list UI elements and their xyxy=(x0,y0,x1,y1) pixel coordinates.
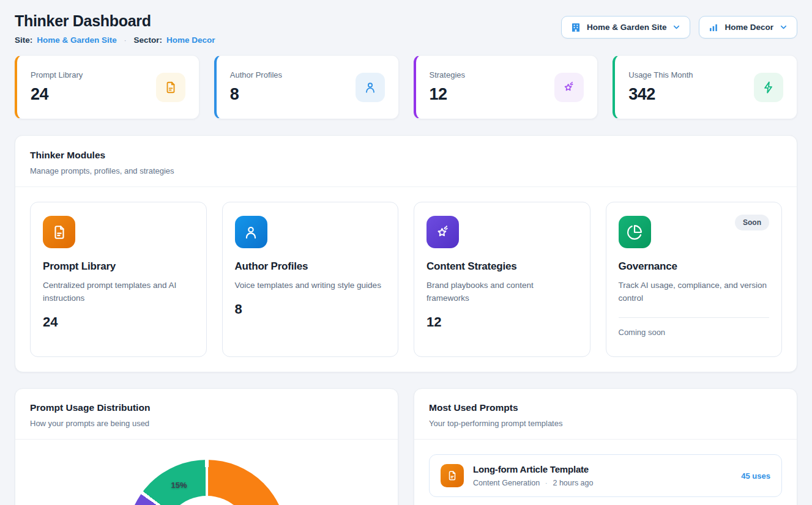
chevron-down-icon xyxy=(779,23,788,32)
module-title: Governance xyxy=(619,260,770,273)
sector-selector-label: Home Decor xyxy=(724,23,773,32)
site-link[interactable]: Home & Garden Site xyxy=(37,35,117,45)
stat-value: 8 xyxy=(230,85,282,104)
stat-value: 24 xyxy=(31,85,83,104)
stat-card-usage: Usage This Month 342 xyxy=(613,55,797,119)
module-count: 24 xyxy=(43,314,194,330)
module-description: Brand playbooks and content frameworks xyxy=(426,279,578,305)
modules-panel-header: Thinker Modules Manage prompts, profiles… xyxy=(15,136,797,187)
prompts-card-header: Most Used Prompts Your top-performing pr… xyxy=(414,389,797,440)
star-sparkle-icon xyxy=(426,216,459,248)
stats-row: Prompt Library 24 Author Profiles 8 xyxy=(15,55,797,119)
stat-label: Prompt Library xyxy=(31,70,83,79)
module-card-content-strategies[interactable]: Content Strategies Brand playbooks and c… xyxy=(414,202,590,357)
module-divider xyxy=(619,317,770,318)
stat-label: Usage This Month xyxy=(628,70,693,79)
prompt-title: Long-form Article Template xyxy=(473,464,732,474)
header-selectors: Home & Garden Site Home Decor xyxy=(561,16,797,39)
module-description: Voice templates and writing style guides xyxy=(235,279,386,292)
usage-distribution-card: Prompt Usage Distribution How your promp… xyxy=(15,388,398,505)
usage-card-subtitle: How your prompts are being used xyxy=(30,419,383,428)
prompt-list-item[interactable]: Long-form Article Template Content Gener… xyxy=(429,454,782,497)
module-card-prompt-library[interactable]: Prompt Library Centralized prompt templa… xyxy=(30,202,207,357)
prompts-card-subtitle: Your top-performing prompt templates xyxy=(429,419,782,428)
site-label: Site: xyxy=(15,35,32,45)
usage-card-header: Prompt Usage Distribution How your promp… xyxy=(15,389,398,440)
document-icon xyxy=(43,216,75,248)
page-title: Thinker Dashboard xyxy=(15,12,215,30)
module-description: Centralized prompt templates and AI inst… xyxy=(43,279,194,305)
prompt-list: Long-form Article Template Content Gener… xyxy=(414,440,797,505)
module-card-author-profiles[interactable]: Author Profiles Voice templates and writ… xyxy=(222,202,399,357)
separator-dot: · xyxy=(121,37,130,44)
module-count: 8 xyxy=(235,301,386,317)
page-header: Thinker Dashboard Site: Home & Garden Si… xyxy=(15,12,797,45)
separator-dot: · xyxy=(545,480,547,487)
prompt-uses-count: 45 uses xyxy=(741,471,770,481)
person-icon xyxy=(235,216,267,248)
modules-grid: Prompt Library Centralized prompt templa… xyxy=(15,187,797,372)
breadcrumb: Site: Home & Garden Site · Sector: Home … xyxy=(15,35,215,45)
chevron-down-icon xyxy=(672,23,681,32)
usage-card-title: Prompt Usage Distribution xyxy=(30,402,383,413)
sector-label: Sector: xyxy=(133,35,162,45)
module-card-governance: Soon Governance Track AI usage, complian… xyxy=(606,202,783,357)
module-title: Prompt Library xyxy=(43,260,194,273)
bar-chart-icon xyxy=(708,22,719,33)
person-icon xyxy=(356,73,385,102)
module-title: Content Strategies xyxy=(426,260,578,273)
pie-chart-icon xyxy=(619,216,651,248)
stat-label: Author Profiles xyxy=(230,70,282,79)
lightning-icon xyxy=(754,73,783,102)
donut-chart: 15% xyxy=(127,460,287,505)
module-description: Track AI usage, compliance, and version … xyxy=(619,279,770,305)
document-icon xyxy=(441,464,464,487)
stat-value: 12 xyxy=(430,85,466,104)
thinker-modules-panel: Thinker Modules Manage prompts, profiles… xyxy=(15,135,797,372)
header-left: Thinker Dashboard Site: Home & Garden Si… xyxy=(15,12,215,45)
building-icon xyxy=(570,22,581,33)
stat-card-prompt-library: Prompt Library 24 xyxy=(15,55,199,119)
modules-panel-subtitle: Manage prompts, profiles, and strategies xyxy=(30,166,782,175)
star-sparkle-icon xyxy=(554,73,584,102)
donut-segment-label: 15% xyxy=(171,481,187,490)
sector-selector-dropdown[interactable]: Home Decor xyxy=(699,16,797,39)
module-count: 12 xyxy=(426,314,578,330)
donut-chart-area: 15% xyxy=(15,460,398,505)
prompts-card-title: Most Used Prompts xyxy=(429,402,782,413)
coming-soon-text: Coming soon xyxy=(619,328,770,337)
stat-card-strategies: Strategies 12 xyxy=(414,55,598,119)
document-icon xyxy=(156,73,185,102)
stat-label: Strategies xyxy=(430,70,466,79)
module-title: Author Profiles xyxy=(235,260,386,273)
prompt-time: 2 hours ago xyxy=(553,479,593,487)
most-used-prompts-card: Most Used Prompts Your top-performing pr… xyxy=(414,388,797,505)
prompt-category: Content Generation xyxy=(473,479,540,487)
dashboard-page: Thinker Dashboard Site: Home & Garden Si… xyxy=(0,0,812,505)
bottom-row: Prompt Usage Distribution How your promp… xyxy=(15,388,797,505)
stat-value: 342 xyxy=(628,85,693,104)
modules-panel-title: Thinker Modules xyxy=(30,150,782,161)
stat-card-author-profiles: Author Profiles 8 xyxy=(214,55,399,119)
site-selector-label: Home & Garden Site xyxy=(587,23,667,32)
site-selector-dropdown[interactable]: Home & Garden Site xyxy=(561,16,691,39)
sector-link[interactable]: Home Decor xyxy=(166,35,215,45)
soon-badge: Soon xyxy=(735,215,769,230)
